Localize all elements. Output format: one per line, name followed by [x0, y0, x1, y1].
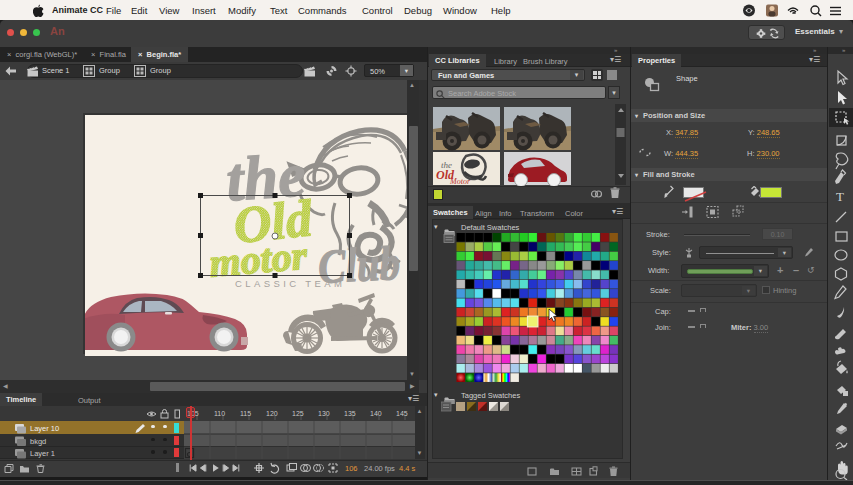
- svg-text:motor: motor: [208, 232, 310, 285]
- svg-text:T: T: [836, 189, 844, 204]
- svg-text:Motor: Motor: [449, 177, 471, 186]
